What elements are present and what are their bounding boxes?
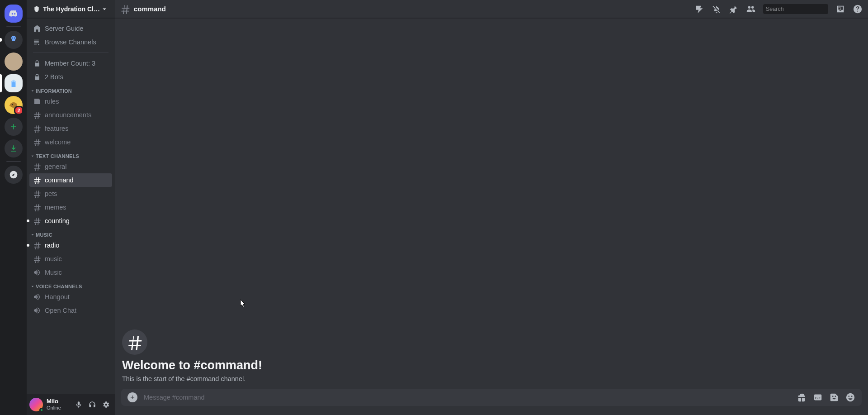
channel-label: general bbox=[45, 162, 66, 171]
composer bbox=[115, 389, 868, 415]
boost-icon bbox=[33, 5, 40, 13]
text-channel-announcements[interactable]: announcements bbox=[29, 108, 112, 122]
search-box[interactable] bbox=[763, 4, 828, 14]
chevron-down-icon bbox=[30, 233, 35, 237]
sidebar-separator bbox=[33, 52, 108, 53]
text-channel-general[interactable]: general bbox=[29, 160, 112, 173]
deafen-button[interactable] bbox=[86, 398, 99, 411]
hash-icon bbox=[33, 111, 41, 119]
svg-point-5 bbox=[11, 104, 12, 105]
search-input[interactable] bbox=[766, 6, 837, 12]
channel-welcome: Welcome to #command! This is the start o… bbox=[115, 329, 868, 389]
mute-mic-button[interactable] bbox=[72, 398, 85, 411]
chevron-down-icon bbox=[30, 154, 35, 158]
channel-label: rules bbox=[45, 97, 59, 106]
server-avatar-2[interactable] bbox=[5, 52, 23, 71]
user-avatar[interactable] bbox=[29, 398, 43, 411]
explore-button[interactable] bbox=[5, 166, 23, 184]
text-channel-command[interactable]: command bbox=[29, 173, 112, 187]
pinned-button[interactable] bbox=[729, 4, 739, 14]
gif-button[interactable] bbox=[813, 392, 823, 402]
hash-icon bbox=[33, 124, 41, 133]
voice-channel-open chat[interactable]: Open Chat bbox=[29, 304, 112, 317]
category-header[interactable]: VOICE CHANNELS bbox=[29, 279, 112, 290]
channels-scroll[interactable]: Server Guide Browse Channels Member Coun… bbox=[27, 18, 115, 394]
server-guide[interactable]: Server Guide bbox=[29, 22, 112, 35]
member-count[interactable]: Member Count: 3 bbox=[29, 57, 112, 70]
sticker-button[interactable] bbox=[829, 392, 839, 402]
bots-count[interactable]: 2 Bots bbox=[29, 70, 112, 84]
notifications-button[interactable] bbox=[712, 4, 722, 14]
add-server-button[interactable] bbox=[5, 118, 23, 136]
channel-topbar: command bbox=[115, 0, 868, 18]
text-channel-radio[interactable]: radio bbox=[29, 239, 112, 252]
hash-icon bbox=[33, 138, 41, 146]
category-label: MUSIC bbox=[36, 232, 52, 238]
members-button[interactable] bbox=[746, 4, 756, 14]
nav-label: Member Count: 3 bbox=[45, 59, 95, 68]
channel-label: music bbox=[45, 254, 62, 263]
chat-body: Welcome to #command! This is the start o… bbox=[115, 18, 868, 389]
lock-icon bbox=[33, 59, 41, 67]
voice-channel-music[interactable]: Music bbox=[29, 266, 112, 279]
home-button[interactable] bbox=[5, 5, 23, 23]
lock-icon bbox=[33, 73, 41, 81]
text-channel-welcome[interactable]: welcome bbox=[29, 135, 112, 149]
threads-button[interactable] bbox=[694, 4, 704, 14]
user-status: Online bbox=[47, 405, 72, 411]
text-channel-pets[interactable]: pets bbox=[29, 187, 112, 200]
server-list-separator bbox=[6, 161, 21, 162]
hash-icon bbox=[33, 217, 41, 225]
category-label: TEXT CHANNELS bbox=[36, 153, 79, 159]
category-header[interactable]: TEXT CHANNELS bbox=[29, 149, 112, 160]
channel-label: features bbox=[45, 124, 68, 133]
channel-title: command bbox=[134, 5, 694, 13]
status-indicator bbox=[39, 408, 44, 412]
server-avatar-4[interactable]: 2 bbox=[5, 96, 23, 114]
rules-icon bbox=[33, 97, 41, 105]
category-header[interactable]: MUSIC bbox=[29, 228, 112, 239]
voice-channel-hangout[interactable]: Hangout bbox=[29, 290, 112, 304]
category-header[interactable]: INFORMATION bbox=[29, 84, 112, 95]
message-input[interactable] bbox=[144, 394, 797, 401]
browse-icon bbox=[33, 38, 41, 46]
nav-label: 2 Bots bbox=[45, 72, 63, 81]
hash-icon bbox=[120, 4, 130, 14]
text-channel-features[interactable]: features bbox=[29, 122, 112, 135]
channel-label: Open Chat bbox=[45, 306, 76, 315]
emoji-button[interactable] bbox=[845, 392, 855, 402]
server-header[interactable]: The Hydration Club bbox=[27, 0, 115, 18]
server-avatar-1[interactable] bbox=[5, 31, 23, 49]
channel-label: announcements bbox=[45, 110, 91, 119]
server-avatar-active[interactable] bbox=[5, 74, 23, 92]
nav-label: Server Guide bbox=[45, 24, 83, 33]
chevron-down-icon bbox=[30, 284, 35, 289]
inbox-button[interactable] bbox=[835, 4, 845, 14]
hash-icon bbox=[33, 241, 41, 249]
main: command Welcome to #command! This is the… bbox=[115, 0, 868, 415]
download-apps-button[interactable] bbox=[5, 139, 23, 157]
hash-icon bbox=[33, 176, 41, 184]
channel-label: Hangout bbox=[45, 292, 70, 301]
user-settings-button[interactable] bbox=[99, 398, 112, 411]
gift-button[interactable] bbox=[797, 392, 807, 402]
browse-channels[interactable]: Browse Channels bbox=[29, 35, 112, 49]
text-channel-memes[interactable]: memes bbox=[29, 200, 112, 214]
hash-icon bbox=[33, 255, 41, 263]
svg-point-3 bbox=[14, 38, 15, 38]
svg-point-2 bbox=[12, 38, 13, 38]
hash-icon bbox=[122, 329, 147, 355]
attach-button[interactable] bbox=[127, 392, 137, 402]
text-channel-counting[interactable]: counting bbox=[29, 214, 112, 228]
home-icon bbox=[33, 24, 41, 33]
channel-label: Music bbox=[45, 268, 62, 277]
server-list-separator bbox=[6, 26, 21, 27]
user-panel: Milo Online bbox=[27, 394, 115, 415]
server-list: 2 bbox=[0, 0, 27, 415]
user-info[interactable]: Milo Online bbox=[47, 398, 72, 411]
help-button[interactable] bbox=[853, 4, 863, 14]
chevron-down-icon bbox=[30, 89, 35, 93]
text-channel-rules[interactable]: rules bbox=[29, 95, 112, 108]
user-name: Milo bbox=[47, 398, 72, 405]
text-channel-music[interactable]: music bbox=[29, 252, 112, 266]
